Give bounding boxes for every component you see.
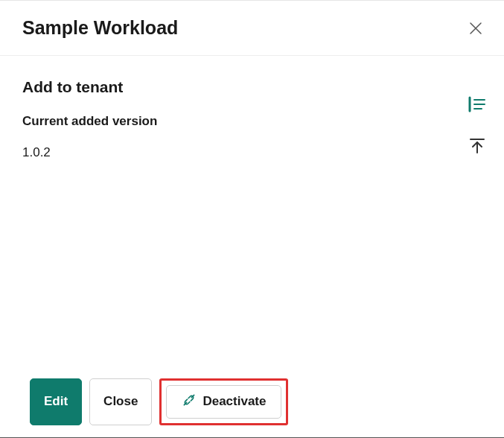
- edit-button[interactable]: Edit: [30, 378, 82, 425]
- panel-title: Sample Workload: [22, 17, 178, 39]
- panel-content: Add to tenant Current added version 1.0.…: [0, 56, 504, 160]
- deactivate-label: Deactivate: [202, 394, 266, 409]
- close-button[interactable]: Close: [89, 378, 152, 425]
- panel-header: Sample Workload: [0, 1, 504, 56]
- side-toolbar: [468, 95, 486, 155]
- close-icon[interactable]: [467, 19, 485, 37]
- panel-footer: Edit Close Deactivate: [30, 378, 288, 425]
- deactivate-button[interactable]: Deactivate: [166, 385, 281, 419]
- deactivate-highlight: Deactivate: [159, 378, 288, 425]
- version-value: 1.0.2: [22, 145, 482, 160]
- collapse-top-icon[interactable]: [468, 137, 486, 155]
- list-icon[interactable]: [468, 95, 486, 113]
- plug-disconnect-icon: [182, 393, 197, 411]
- version-label: Current added version: [22, 114, 482, 129]
- section-title: Add to tenant: [22, 78, 482, 96]
